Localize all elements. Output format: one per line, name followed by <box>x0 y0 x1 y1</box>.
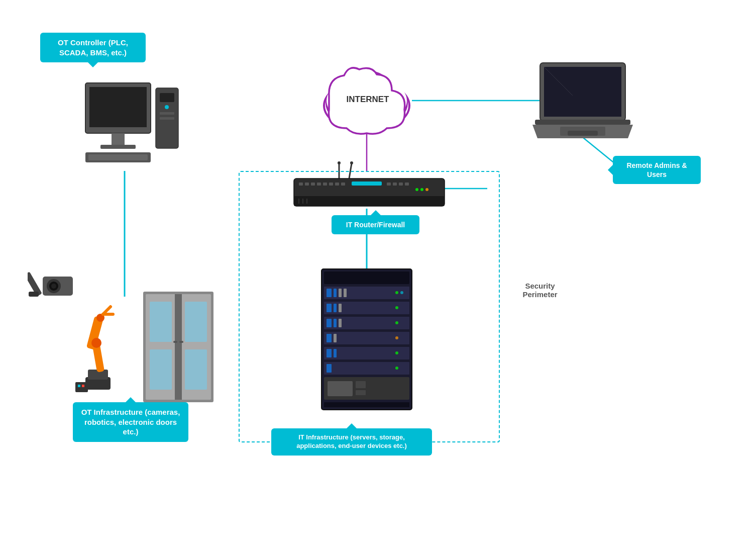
laptop-icon <box>532 60 633 148</box>
svg-rect-86 <box>324 272 409 284</box>
svg-rect-7 <box>89 87 147 127</box>
robot-arm-icon <box>60 297 136 399</box>
svg-point-12 <box>165 105 169 109</box>
svg-rect-101 <box>334 319 337 327</box>
remote-admins-label: Remote Admins & Users <box>613 156 701 184</box>
svg-rect-90 <box>339 289 342 297</box>
svg-point-111 <box>395 351 398 354</box>
svg-rect-8 <box>112 133 125 146</box>
electronic-doors-icon <box>141 287 216 409</box>
svg-point-98 <box>395 306 398 309</box>
svg-rect-91 <box>344 289 347 297</box>
svg-rect-40 <box>185 349 207 390</box>
ot-controller-label: OT Controller (PLC, SCADA, BMS, etc.) <box>40 33 146 62</box>
svg-rect-105 <box>327 334 332 342</box>
svg-point-93 <box>400 291 403 294</box>
svg-point-107 <box>395 336 398 339</box>
svg-rect-119 <box>324 402 409 407</box>
svg-rect-33 <box>82 385 84 387</box>
svg-rect-41 <box>175 294 182 400</box>
svg-rect-13 <box>160 112 174 115</box>
svg-rect-16 <box>88 154 148 160</box>
ot-controller-icon <box>70 78 181 180</box>
svg-rect-102 <box>339 319 342 327</box>
svg-rect-9 <box>100 145 136 149</box>
svg-rect-100 <box>327 319 332 327</box>
svg-rect-109 <box>327 349 332 357</box>
svg-rect-43 <box>179 341 183 343</box>
svg-rect-79 <box>535 120 630 125</box>
svg-point-55 <box>350 161 353 164</box>
it-infrastructure-label: IT Infrastructure (servers, storage, app… <box>271 428 432 456</box>
svg-rect-117 <box>356 381 366 388</box>
svg-rect-39 <box>185 302 207 342</box>
svg-rect-88 <box>327 289 332 297</box>
svg-rect-42 <box>173 341 177 343</box>
svg-rect-116 <box>328 381 353 396</box>
svg-point-92 <box>395 291 398 294</box>
it-infrastructure-icon <box>296 266 437 424</box>
svg-point-27 <box>91 338 101 348</box>
svg-rect-32 <box>78 385 80 387</box>
svg-rect-11 <box>160 93 174 102</box>
svg-point-114 <box>395 367 398 370</box>
svg-rect-22 <box>29 292 39 297</box>
svg-rect-31 <box>75 382 88 392</box>
svg-point-54 <box>338 161 341 164</box>
svg-point-20 <box>51 284 56 289</box>
svg-rect-83 <box>544 67 621 117</box>
svg-rect-89 <box>334 289 337 297</box>
svg-rect-36 <box>150 302 172 342</box>
svg-rect-14 <box>160 117 174 120</box>
svg-rect-37 <box>150 349 172 390</box>
svg-rect-106 <box>334 334 337 342</box>
svg-point-103 <box>395 321 398 324</box>
svg-rect-82 <box>568 131 598 136</box>
svg-rect-97 <box>339 304 342 312</box>
security-perimeter-label: Security Perimeter <box>507 282 573 299</box>
svg-rect-118 <box>356 390 366 395</box>
internet-label: INTERNET <box>335 95 400 105</box>
svg-rect-113 <box>327 364 332 373</box>
internet-cloud-icon: INTERNET <box>314 50 419 143</box>
svg-rect-96 <box>334 304 337 312</box>
svg-rect-95 <box>327 304 332 312</box>
diagram-container: OT Controller (PLC, SCADA, BMS, etc.) OT… <box>0 0 756 543</box>
svg-rect-110 <box>334 349 337 357</box>
